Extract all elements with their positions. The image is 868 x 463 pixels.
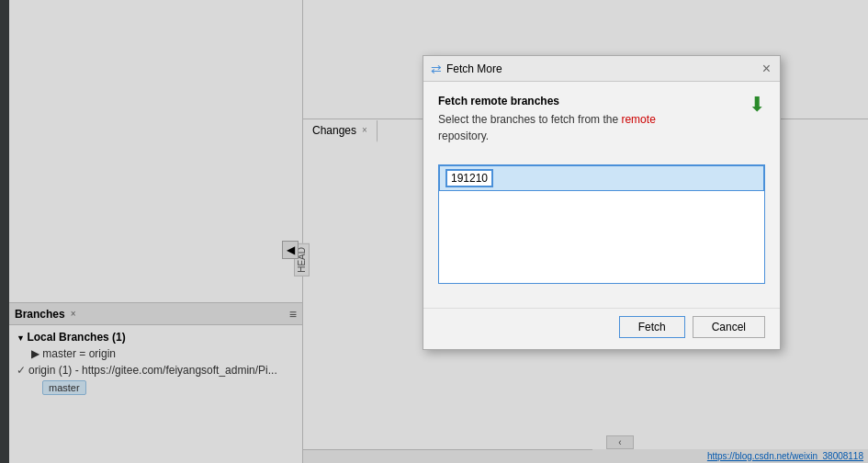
download-icon: ⬇: [749, 93, 765, 117]
modal-footer: Fetch Cancel: [423, 308, 780, 349]
branch-name-box: 191210: [445, 169, 493, 187]
modal-title-text: Fetch More: [446, 62, 502, 75]
modal-desc-part2: repository.: [438, 130, 489, 142]
modal-close-button[interactable]: ×: [761, 62, 772, 76]
cancel-button[interactable]: Cancel: [693, 316, 765, 338]
branch-list-box[interactable]: 191210: [438, 164, 765, 284]
modal-title-left: ⇄ Fetch More: [431, 62, 502, 76]
fetch-title-icon: ⇄: [431, 62, 442, 76]
branch-list-item[interactable]: 191210: [439, 165, 764, 191]
modal-desc-part1: Select the branches to fetch from the: [438, 113, 618, 126]
modal-body: Fetch remote branches Select the branche…: [423, 82, 780, 308]
modal-titlebar: ⇄ Fetch More ×: [423, 56, 780, 82]
modal-section-title: Fetch remote branches: [438, 95, 656, 107]
modal-desc-remote: remote: [621, 113, 655, 126]
fetch-more-modal: ⇄ Fetch More × Fetch remote branches Sel…: [423, 55, 781, 350]
modal-description: Select the branches to fetch from the re…: [438, 111, 656, 144]
fetch-button[interactable]: Fetch: [619, 316, 685, 338]
modal-text-area: Fetch remote branches Select the branche…: [438, 95, 656, 155]
